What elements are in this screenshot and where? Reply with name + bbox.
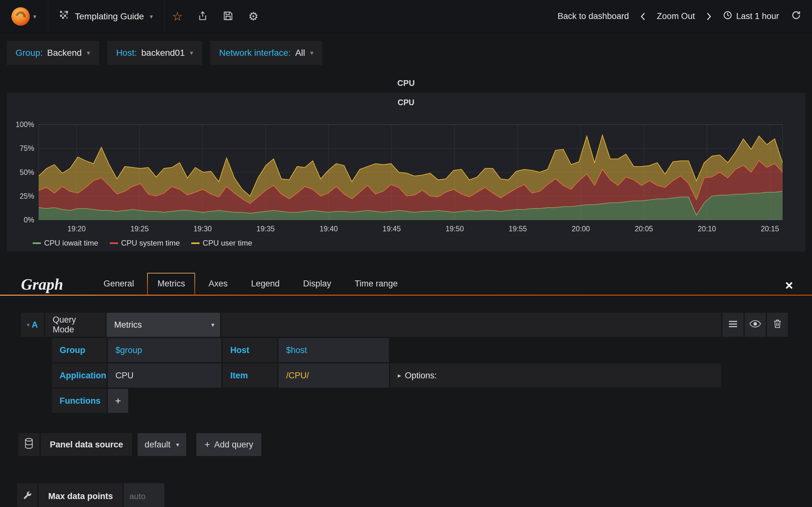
- tab-time-range[interactable]: Time range: [345, 273, 408, 295]
- add-function-button[interactable]: +: [108, 389, 128, 413]
- cpu-chart[interactable]: 0%25%50%75%100%19:2019:2519:3019:3519:40…: [7, 111, 805, 236]
- tabbar-underline: [0, 295, 812, 296]
- query-mode-label: Query Mode: [45, 313, 105, 337]
- svg-text:20:00: 20:00: [571, 225, 590, 233]
- refresh-button[interactable]: [791, 10, 801, 22]
- variable-value: Backend: [47, 48, 82, 58]
- panel-type-title: Graph: [21, 275, 63, 295]
- add-query-button[interactable]: + Add query: [196, 433, 262, 456]
- max-data-points-label: Max data points: [39, 483, 122, 507]
- grafana-logo-icon: [11, 7, 30, 26]
- query-editor: ▾ A Query Mode Metrics ▾: [21, 313, 788, 413]
- datasource-select[interactable]: default ▾: [138, 433, 186, 456]
- variable-value: All: [295, 48, 305, 58]
- template-variables-row: Group: Backend ▾ Host: backend01 ▾ Netwo…: [0, 33, 812, 65]
- chart-legend: CPU iowait timeCPU system timeCPU user t…: [7, 236, 805, 250]
- legend-item[interactable]: CPU system time: [110, 239, 180, 247]
- svg-text:50%: 50%: [20, 168, 34, 176]
- grafana-menu-button[interactable]: ▾: [0, 0, 48, 33]
- caret-down-icon: ▾: [33, 13, 36, 20]
- svg-text:19:20: 19:20: [67, 225, 86, 233]
- tab-legend[interactable]: Legend: [241, 273, 290, 295]
- editor-tabbar: Graph GeneralMetricsAxesLegendDisplayTim…: [0, 271, 812, 295]
- caret-down-icon: ▾: [150, 13, 153, 20]
- back-to-dashboard-button[interactable]: Back to dashboard: [558, 11, 629, 21]
- share-dashboard-button[interactable]: [190, 0, 215, 33]
- zoom-out-button[interactable]: Zoom Out: [657, 11, 695, 21]
- save-icon: [223, 11, 233, 22]
- clock-icon: [723, 10, 732, 22]
- panel-datasource-label: Panel data source: [41, 433, 132, 456]
- variable-label: Group:: [15, 48, 43, 58]
- legend-item[interactable]: CPU user time: [191, 239, 252, 247]
- item-field-label: Item: [223, 363, 277, 388]
- tab-axes[interactable]: Axes: [198, 273, 238, 295]
- svg-text:19:30: 19:30: [194, 225, 212, 233]
- application-field-input[interactable]: CPU: [108, 363, 221, 388]
- variable-host-dropdown[interactable]: Host: backend01 ▾: [107, 41, 202, 65]
- time-shift-left-button[interactable]: [639, 12, 647, 21]
- host-field-input[interactable]: $host: [278, 338, 389, 362]
- trash-icon: [773, 319, 781, 331]
- query-row-group-host: Group $group Host $host: [52, 338, 788, 362]
- star-dashboard-button[interactable]: ☆: [165, 0, 190, 33]
- variable-value: backend01: [141, 48, 185, 58]
- dashboard-title-button[interactable]: Templating Guide ▾: [48, 0, 165, 33]
- legend-swatch: [33, 242, 41, 244]
- top-navbar: ▾ Templating Guide ▾ ☆ ⚙ Back to dashboa…: [0, 0, 812, 33]
- legend-label: CPU user time: [203, 239, 252, 247]
- time-shift-right-button[interactable]: [705, 12, 713, 21]
- caret-down-icon: ▾: [211, 321, 214, 329]
- svg-text:0%: 0%: [24, 216, 34, 224]
- variable-network-interface-dropdown[interactable]: Network interface: All ▾: [210, 41, 322, 65]
- add-query-label: Add query: [214, 440, 253, 450]
- variable-label: Network interface:: [219, 48, 291, 58]
- svg-text:25%: 25%: [20, 192, 34, 200]
- item-field-input[interactable]: /CPU/: [278, 363, 389, 388]
- options-label: Options:: [405, 371, 437, 381]
- close-editor-icon[interactable]: ×: [785, 279, 793, 295]
- datasource-value: default: [145, 440, 170, 450]
- host-field-label: Host: [223, 338, 277, 362]
- panel-title[interactable]: CPU: [7, 93, 805, 111]
- query-collapse-toggle[interactable]: ▾ A: [21, 313, 44, 337]
- navbar-right-controls: Back to dashboard Zoom Out Last 1 hour: [558, 0, 812, 33]
- panel-editor: Graph GeneralMetricsAxesLegendDisplayTim…: [0, 271, 812, 507]
- dashboard-title: Templating Guide: [75, 11, 144, 21]
- gear-icon: ⚙: [248, 11, 258, 22]
- max-data-points-input[interactable]: [124, 483, 164, 507]
- legend-swatch: [191, 242, 200, 244]
- options-toggle[interactable]: ▸ Options:: [390, 363, 721, 388]
- group-field-input[interactable]: $group: [108, 338, 221, 362]
- query-mode-select[interactable]: Metrics ▾: [107, 313, 220, 337]
- query-mode-value: Metrics: [114, 320, 142, 330]
- wrench-icon: [22, 491, 32, 502]
- save-dashboard-button[interactable]: [215, 0, 241, 33]
- row-panel-title: CPU: [0, 78, 812, 89]
- query-toggle-visibility-button[interactable]: [745, 313, 766, 337]
- share-icon: [198, 11, 208, 22]
- query-delete-button[interactable]: [767, 313, 788, 337]
- legend-item[interactable]: CPU iowait time: [33, 239, 98, 247]
- dashboard-settings-button[interactable]: ⚙: [241, 0, 266, 33]
- caret-down-icon: ▾: [190, 49, 194, 57]
- caret-down-icon: ▾: [176, 441, 179, 448]
- variable-group-dropdown[interactable]: Group: Backend ▾: [7, 41, 99, 65]
- tab-general[interactable]: General: [93, 273, 144, 295]
- star-icon: ☆: [172, 10, 183, 22]
- collapse-caret-icon: ▾: [27, 322, 30, 328]
- query-row-functions: Functions +: [52, 389, 788, 413]
- caret-down-icon: ▾: [87, 49, 90, 57]
- tab-metrics[interactable]: Metrics: [147, 273, 195, 295]
- time-range-picker[interactable]: Last 1 hour: [723, 10, 779, 22]
- tab-display[interactable]: Display: [293, 273, 342, 295]
- svg-text:20:05: 20:05: [635, 225, 653, 233]
- variable-label: Host:: [116, 48, 137, 58]
- hamburger-menu-icon: [728, 320, 738, 330]
- svg-text:19:25: 19:25: [131, 225, 149, 233]
- query-menu-button[interactable]: [722, 313, 744, 337]
- svg-text:100%: 100%: [15, 120, 34, 129]
- refresh-icon: [791, 10, 801, 22]
- max-data-points-row: Max data points: [17, 483, 812, 507]
- svg-text:19:55: 19:55: [509, 225, 527, 233]
